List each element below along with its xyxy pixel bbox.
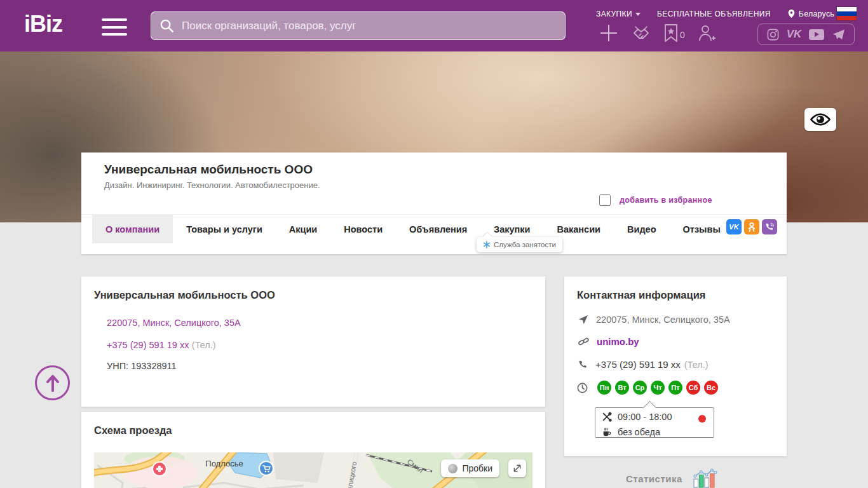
odnoklassniki-icon: [747, 221, 757, 233]
contact-phone: +375 (29) 591 19 xx: [595, 359, 681, 370]
tab-about[interactable]: О компании: [92, 215, 173, 243]
odnoklassniki-share-button[interactable]: [744, 219, 759, 234]
phone-link[interactable]: +375 (29) 591 19 xx: [107, 340, 189, 350]
employment-service-label: Служба занятости: [494, 241, 556, 248]
day-badge-fri[interactable]: Пт: [668, 381, 682, 395]
link-icon: [578, 337, 589, 346]
contact-card-title: Контактная информация: [577, 289, 705, 301]
favorite-checkbox[interactable]: [599, 194, 611, 206]
eye-icon: [809, 112, 832, 127]
lunch-row: без обеда: [602, 426, 707, 438]
header-social-links: VK: [757, 24, 855, 45]
phone-note: (Тел.): [192, 340, 216, 350]
statistics-section[interactable]: Статистика: [626, 468, 718, 488]
phone-icon: [578, 360, 588, 369]
region-selector[interactable]: Беларусь: [787, 8, 834, 19]
expand-icon: [512, 463, 522, 473]
employment-asterisk-icon: [483, 241, 491, 248]
map-label-settlement: Подлосье: [205, 459, 243, 468]
company-subtitle: Дизайн. Инжиниринг. Технологии. Автомоби…: [104, 180, 320, 190]
day-badge-tue[interactable]: Вт: [615, 381, 629, 395]
map-card-title: Схема проезда: [94, 424, 172, 437]
search-icon: [159, 18, 174, 33]
day-badge-sat[interactable]: Сб: [686, 381, 700, 395]
logo[interactable]: iBiz: [24, 11, 62, 37]
favorites-count-badge: 0: [680, 30, 685, 43]
company-phone-row: +375 (29) 591 19 xx (Тел.): [107, 339, 216, 351]
telegram-icon[interactable]: [832, 29, 845, 41]
page: iBiz ЗАКУПКИ БЕСПЛАТНЫЕ ОБЪЯВЛЕНИЯ Белар…: [0, 0, 868, 488]
tab-announcements[interactable]: Объявления: [396, 215, 480, 243]
tab-news[interactable]: Новости: [330, 215, 396, 243]
youtube-icon[interactable]: [809, 29, 824, 40]
vk-share-button[interactable]: VK: [726, 219, 742, 234]
company-tabs: О компании Товары и услуги Акции Новости…: [81, 214, 787, 243]
lunch-value: без обеда: [618, 427, 660, 437]
company-address-link[interactable]: 220075, Минск, Селицкого, 35А: [107, 317, 241, 329]
address-text[interactable]: 220075, Минск, Селицкого, 35А: [107, 318, 241, 328]
day-badge-wed[interactable]: Ср: [633, 381, 647, 395]
working-hours-popup: 09:00 - 18:00 без обеда: [595, 407, 714, 438]
header-icon-row: 0: [595, 23, 724, 43]
company-title: Универсальная мобильность ООО: [104, 163, 313, 177]
contact-phone-row: +375 (29) 591 19 xx (Тел.): [578, 359, 709, 370]
company-unp: УНП: 193328911: [107, 361, 177, 371]
map[interactable]: Подлосье Селицкого Смил Пробки: [94, 452, 532, 488]
plus-icon[interactable]: [595, 23, 623, 43]
traffic-button[interactable]: Пробки: [441, 459, 499, 477]
traffic-button-label: Пробки: [462, 463, 492, 473]
day-badge-thu[interactable]: Чт: [651, 381, 665, 395]
map-expand-button[interactable]: [508, 459, 526, 477]
nav-procurement-label: ЗАКУПКИ: [596, 10, 632, 18]
contact-website-row: unimo.by: [578, 336, 639, 347]
map-marker-medical[interactable]: [153, 462, 166, 476]
instagram-icon[interactable]: [767, 29, 779, 41]
day-badge-mon[interactable]: Пн: [597, 381, 611, 395]
tab-products-services[interactable]: Товары и услуги: [173, 215, 276, 243]
employment-service-tooltip[interactable]: Служба занятости: [477, 237, 562, 252]
day-badge-sun[interactable]: Вс: [704, 381, 718, 395]
favorite-label: добавить в избранное: [620, 196, 712, 205]
contact-info-card: Контактная информация 220075, Минск, Сел…: [564, 276, 787, 456]
bookmark-star-icon[interactable]: 0: [660, 24, 689, 43]
day-badges: Пн Вт Ср Чт Пт Сб Вс: [597, 381, 718, 395]
tab-promotions[interactable]: Акции: [276, 215, 330, 243]
vk-icon[interactable]: VK: [787, 28, 802, 41]
search-bar: [151, 11, 566, 40]
hamburger-menu-icon[interactable]: [102, 18, 127, 36]
nav-procurement[interactable]: ЗАКУПКИ: [596, 10, 641, 18]
nav-free-ads-label: БЕСПЛАТНЫЕ ОБЪЯВЛЕНИЯ: [657, 10, 771, 18]
flag-russia-icon[interactable]: [837, 7, 857, 20]
directions-card: Схема проезда: [81, 412, 545, 488]
scroll-to-top-button[interactable]: [35, 365, 70, 400]
map-marker-shop[interactable]: [259, 461, 273, 475]
tab-reviews[interactable]: Отзывы: [670, 215, 734, 243]
top-header: iBiz ЗАКУПКИ БЕСПЛАТНЫЕ ОБЪЯВЛЕНИЯ Белар…: [0, 0, 868, 51]
top-nav: ЗАКУПКИ БЕСПЛАТНЫЕ ОБЪЯВЛЕНИЯ Беларусь: [596, 8, 834, 19]
location-pin-icon: [787, 8, 796, 19]
arrow-up-icon: [45, 374, 60, 392]
region-label: Беларусь: [799, 10, 834, 18]
traffic-light-icon: [448, 464, 458, 473]
contact-phone-note: (Тел.): [684, 360, 709, 370]
navigation-arrow-icon: [578, 315, 588, 325]
coffee-cup-icon: [602, 427, 612, 437]
hours-row: 09:00 - 18:00: [602, 410, 707, 423]
contact-address: 220075, Минск, Селицкого, 35А: [596, 315, 730, 325]
handshake-icon[interactable]: [623, 24, 660, 42]
working-hours-value: 09:00 - 18:00: [618, 412, 672, 422]
about-card-title: Универсальная мобильность ООО: [94, 289, 275, 301]
add-user-icon[interactable]: [689, 23, 724, 43]
company-social-buttons: VK: [726, 219, 777, 234]
about-company-card: Универсальная мобильность ООО 220075, Ми…: [81, 276, 545, 407]
viber-button[interactable]: [762, 219, 777, 234]
contact-address-row: 220075, Минск, Селицкого, 35А: [578, 315, 730, 325]
closed-now-indicator: [698, 415, 706, 423]
tab-video[interactable]: Видео: [614, 215, 670, 243]
nav-free-ads[interactable]: БЕСПЛАТНЫЕ ОБЪЯВЛЕНИЯ: [657, 10, 771, 18]
website-link[interactable]: unimo.by: [597, 336, 639, 347]
search-input[interactable]: [151, 11, 566, 40]
clock-icon: [577, 383, 588, 393]
add-to-favorites[interactable]: добавить в избранное: [599, 194, 712, 206]
accessibility-eye-button[interactable]: [804, 108, 836, 131]
